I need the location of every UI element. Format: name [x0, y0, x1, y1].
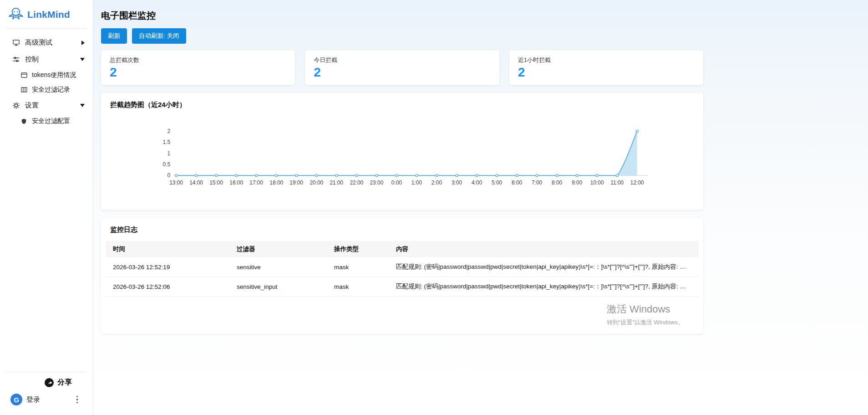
svg-text:5:00: 5:00 [492, 180, 503, 186]
sidebar-item-control[interactable]: 控制 [0, 51, 93, 68]
stats-row: 总拦截次数 2 今日拦截 2 近1小时拦截 2 [101, 50, 703, 85]
stat-value: 2 [518, 66, 695, 79]
svg-text:7:00: 7:00 [532, 180, 543, 186]
stat-label: 近1小时拦截 [518, 56, 695, 64]
table-row: 2026-03-26 12:52:06 sensitive_input mask… [106, 277, 699, 297]
sidebar-item-advanced-test[interactable]: 高级测试 [0, 34, 93, 51]
log-action: mask [327, 257, 389, 277]
svg-text:8:00: 8:00 [552, 180, 563, 186]
linkmind-logo-icon [7, 6, 25, 23]
svg-text:1:00: 1:00 [411, 180, 422, 186]
app-root: LinkMind 高级测试 控制 to [0, 0, 868, 415]
svg-text:19:00: 19:00 [289, 180, 303, 186]
svg-text:1: 1 [168, 150, 171, 157]
log-table: 时间 过滤器 操作类型 内容 2026-03-26 12:52:19 sensi… [106, 241, 699, 297]
sidebar-item-label: tokens使用情况 [32, 71, 76, 79]
col-header-action-type: 操作类型 [327, 241, 389, 257]
sidebar-item-settings[interactable]: 设置 [0, 97, 93, 114]
shield-icon [20, 118, 28, 125]
svg-text:16:00: 16:00 [229, 180, 243, 186]
svg-text:14:00: 14:00 [189, 180, 203, 186]
share-button[interactable]: 分享 [42, 377, 75, 388]
caret-right-icon [81, 41, 85, 45]
log-action: mask [327, 277, 389, 297]
svg-text:0:00: 0:00 [391, 180, 402, 186]
page-title: 电子围栏监控 [101, 10, 703, 22]
log-filter: sensitive [229, 257, 327, 277]
monitor-log-card: 监控日志 时间 过滤器 操作类型 内容 2026-03-26 12:52:19 [101, 218, 703, 334]
sidebar-item-tokens-usage[interactable]: tokens使用情况 [0, 68, 93, 82]
share-icon [45, 378, 54, 387]
svg-text:13:00: 13:00 [169, 180, 183, 186]
logo-text: LinkMind [27, 9, 70, 20]
svg-text:0.5: 0.5 [163, 161, 171, 168]
svg-text:2:00: 2:00 [431, 180, 442, 186]
toolbar: 刷新 自动刷新: 关闭 [101, 28, 703, 44]
svg-text:12:00: 12:00 [630, 180, 644, 186]
sidebar-item-label: 安全过滤记录 [32, 86, 70, 94]
col-header-time: 时间 [106, 241, 229, 257]
sidebar-item-security-filter-config[interactable]: 安全过滤配置 [0, 114, 93, 128]
trend-chart-card: 拦截趋势图（近24小时） 00.511.5213:0014:0015:0016:… [101, 93, 703, 210]
svg-text:15:00: 15:00 [209, 180, 223, 186]
login-label: 登录 [26, 395, 40, 404]
login-button[interactable]: G 登录 [8, 393, 43, 406]
table-row: 2026-03-26 12:52:19 sensitive mask 匹配规则:… [106, 257, 699, 277]
stat-label: 今日拦截 [314, 56, 490, 64]
svg-text:1.5: 1.5 [163, 139, 171, 146]
gitee-login-icon: G [10, 394, 22, 405]
log-content: 匹配规则: (密码|password|passwd|pwd|secret|tok… [389, 277, 699, 297]
log-table-header-row: 时间 过滤器 操作类型 内容 [106, 241, 699, 257]
svg-text:11:00: 11:00 [610, 180, 624, 186]
log-table-title: 监控日志 [101, 225, 703, 234]
kebab-menu-icon[interactable] [75, 394, 80, 405]
svg-text:20:00: 20:00 [310, 180, 323, 186]
sidebar-item-label: 安全过滤配置 [32, 117, 70, 125]
grid-icon [20, 86, 28, 94]
svg-text:4:00: 4:00 [472, 180, 482, 186]
sidebar-item-security-filter-records[interactable]: 安全过滤记录 [0, 82, 93, 97]
svg-text:6:00: 6:00 [512, 180, 523, 186]
svg-text:17:00: 17:00 [249, 180, 263, 186]
sidebar-menu: 高级测试 控制 tokens使用情况 安全过滤记录 [0, 29, 93, 128]
log-time: 2026-03-26 12:52:19 [106, 257, 229, 277]
stat-card-total-intercepts: 总拦截次数 2 [101, 50, 295, 85]
stat-value: 2 [314, 66, 490, 79]
sidebar: LinkMind 高级测试 控制 to [0, 0, 93, 415]
svg-text:10:00: 10:00 [590, 180, 604, 186]
monitor-icon [12, 39, 20, 46]
sidebar-item-label: 设置 [25, 101, 75, 110]
logo[interactable]: LinkMind [0, 0, 93, 28]
stat-card-last-hour-intercepts: 近1小时拦截 2 [509, 50, 703, 85]
svg-text:2: 2 [168, 128, 171, 134]
sliders-icon [12, 56, 20, 63]
chart-title: 拦截趋势图（近24小时） [110, 101, 694, 109]
svg-text:18:00: 18:00 [269, 180, 283, 186]
stat-label: 总拦截次数 [110, 56, 286, 64]
sidebar-item-label: 高级测试 [25, 38, 76, 47]
log-time: 2026-03-26 12:52:06 [106, 277, 229, 297]
caret-down-icon [80, 104, 85, 107]
col-header-filter: 过滤器 [229, 241, 327, 257]
sidebar-item-label: 控制 [25, 55, 75, 64]
log-filter: sensitive_input [229, 277, 327, 297]
gear-icon [12, 102, 20, 109]
col-header-content: 内容 [389, 241, 699, 257]
svg-text:21:00: 21:00 [330, 180, 343, 186]
intercept-trend-line-chart: 00.511.5213:0014:0015:0016:0017:0018:001… [110, 128, 694, 192]
svg-text:22:00: 22:00 [350, 180, 363, 186]
sidebar-bottom: 分享 G 登录 [0, 372, 93, 415]
svg-text:23:00: 23:00 [370, 180, 383, 186]
log-content: 匹配规则: (密码|password|passwd|pwd|secret|tok… [389, 257, 699, 277]
main-content: 电子围栏监控 刷新 自动刷新: 关闭 总拦截次数 2 今日拦截 2 近1小时拦截… [93, 0, 868, 415]
svg-text:9:00: 9:00 [572, 180, 583, 186]
stat-value: 2 [110, 66, 286, 79]
share-label: 分享 [57, 378, 72, 387]
stat-card-today-intercepts: 今日拦截 2 [305, 50, 499, 85]
refresh-button[interactable]: 刷新 [101, 28, 127, 44]
window-icon [20, 72, 28, 79]
svg-text:0: 0 [168, 173, 171, 179]
auto-refresh-toggle-button[interactable]: 自动刷新: 关闭 [132, 28, 186, 44]
caret-down-icon [80, 58, 85, 61]
svg-text:3:00: 3:00 [452, 180, 462, 186]
